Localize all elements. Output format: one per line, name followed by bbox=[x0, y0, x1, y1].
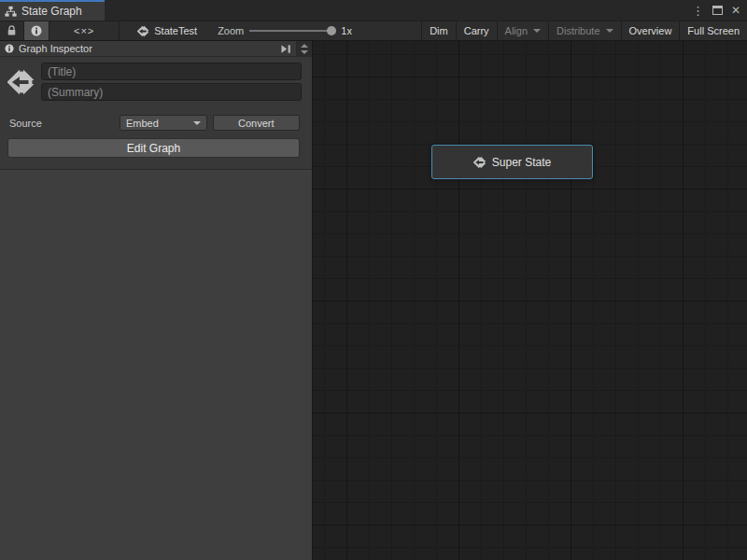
info-icon bbox=[5, 44, 14, 53]
full-screen-button-label: Full Screen bbox=[687, 25, 740, 36]
carry-button-label: Carry bbox=[464, 25, 489, 36]
graph-meta-fields bbox=[41, 63, 302, 101]
graph-summary-field[interactable] bbox=[41, 83, 302, 101]
graph-title-field[interactable] bbox=[41, 63, 302, 80]
node-label: Super State bbox=[492, 156, 551, 169]
code-icon: <×> bbox=[74, 25, 94, 36]
state-icon bbox=[7, 68, 35, 96]
panel-title: Graph Inspector bbox=[19, 43, 92, 54]
chevron-down-icon bbox=[533, 29, 541, 33]
inspector-empty-area bbox=[0, 169, 312, 560]
graph-inspector-panel: Graph Inspector bbox=[0, 41, 313, 560]
align-button-label: Align bbox=[505, 25, 528, 36]
zoom-control: Zoom 1x bbox=[218, 21, 352, 40]
dock-right-button[interactable] bbox=[276, 41, 296, 56]
dim-button-label: Dim bbox=[430, 25, 448, 36]
tab-title: State Graph bbox=[21, 5, 82, 18]
source-dropdown-value: Embed bbox=[126, 118, 159, 129]
inspector-toggle-button[interactable] bbox=[24, 21, 49, 40]
align-button[interactable]: Align bbox=[497, 21, 548, 40]
source-label: Source bbox=[9, 118, 120, 129]
dim-button[interactable]: Dim bbox=[421, 21, 456, 40]
scroll-up-icon[interactable] bbox=[301, 44, 308, 48]
panel-scroll-spinner[interactable] bbox=[296, 41, 312, 56]
lock-button[interactable] bbox=[0, 21, 23, 40]
source-row: Source Embed Convert bbox=[9, 115, 300, 131]
dock-right-icon bbox=[281, 45, 291, 53]
overview-button[interactable]: Overview bbox=[621, 21, 680, 40]
zoom-slider[interactable] bbox=[249, 30, 335, 32]
breadcrumb-label: StateTest bbox=[154, 25, 197, 36]
chevron-down-icon bbox=[193, 121, 201, 125]
code-view-button[interactable]: <×> bbox=[49, 21, 119, 40]
scroll-down-icon[interactable] bbox=[301, 50, 308, 54]
graph-meta-row bbox=[0, 57, 312, 101]
convert-button[interactable]: Convert bbox=[213, 115, 300, 131]
carry-button[interactable]: Carry bbox=[456, 21, 497, 40]
maximize-icon[interactable] bbox=[712, 6, 723, 15]
window-titlebar: State Graph ⋮ ✕ bbox=[0, 0, 747, 21]
edit-graph-button[interactable]: Edit Graph bbox=[7, 138, 300, 158]
super-state-node[interactable]: Super State bbox=[431, 145, 593, 179]
state-icon bbox=[473, 156, 486, 169]
info-icon bbox=[31, 25, 42, 36]
panel-header-controls bbox=[276, 41, 312, 56]
convert-button-label: Convert bbox=[238, 118, 275, 129]
graph-toolbar: <×> StateTest Zoom 1x Dim Ca bbox=[0, 21, 747, 41]
toolbar-right-group: Dim Carry Align Distribute Overview Full… bbox=[421, 21, 747, 40]
zoom-slider-thumb[interactable] bbox=[327, 26, 336, 35]
chevron-down-icon bbox=[606, 29, 613, 33]
edit-graph-button-label: Edit Graph bbox=[127, 142, 180, 155]
zoom-label: Zoom bbox=[218, 25, 244, 36]
state-graph-icon bbox=[5, 6, 17, 18]
zoom-value: 1x bbox=[341, 25, 352, 36]
window-menu-icon[interactable]: ⋮ bbox=[692, 5, 704, 17]
breadcrumb[interactable]: StateTest bbox=[132, 21, 203, 40]
graph-inspector-header: Graph Inspector bbox=[0, 41, 312, 57]
distribute-button-label: Distribute bbox=[557, 25, 599, 36]
overview-button-label: Overview bbox=[629, 25, 672, 36]
distribute-button[interactable]: Distribute bbox=[548, 21, 620, 40]
lock-icon bbox=[7, 25, 17, 36]
tab-state-graph[interactable]: State Graph bbox=[0, 0, 105, 21]
full-screen-button[interactable]: Full Screen bbox=[679, 21, 747, 40]
toolbar-divider bbox=[119, 21, 120, 40]
edit-graph-row: Edit Graph bbox=[7, 138, 300, 158]
close-icon[interactable]: ✕ bbox=[731, 5, 740, 16]
window-controls: ⋮ ✕ bbox=[692, 0, 747, 21]
titlebar-spacer bbox=[105, 0, 692, 21]
source-dropdown[interactable]: Embed bbox=[120, 115, 207, 131]
state-icon bbox=[137, 25, 149, 37]
main-area: Graph Inspector bbox=[0, 41, 747, 560]
graph-canvas[interactable]: Super State bbox=[313, 41, 747, 560]
